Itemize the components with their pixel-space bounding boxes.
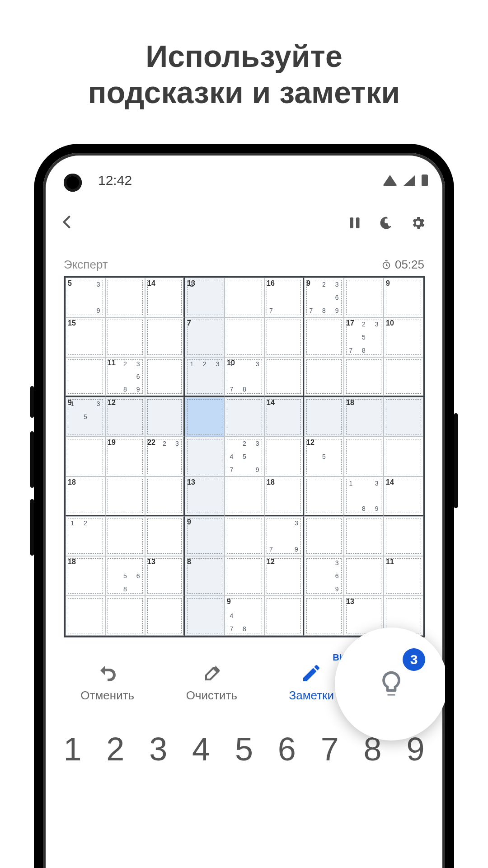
- cell-r1-c8[interactable]: [344, 278, 384, 317]
- cell-r9-c4[interactable]: [185, 596, 225, 636]
- cell-r1-c9[interactable]: 9: [384, 278, 423, 317]
- cell-r5-c3[interactable]: 2223: [145, 437, 185, 476]
- cell-r8-c1[interactable]: 18: [66, 556, 105, 596]
- cell-r2-c5[interactable]: [225, 317, 264, 357]
- numpad-1[interactable]: 1: [53, 731, 91, 768]
- cell-r3-c3[interactable]: [145, 357, 185, 397]
- cell-r5-c9[interactable]: [384, 437, 423, 476]
- cell-r1-c5[interactable]: [225, 278, 264, 317]
- numpad-7[interactable]: 7: [311, 731, 349, 768]
- numpad-2[interactable]: 2: [96, 731, 134, 768]
- cell-r5-c1[interactable]: [66, 437, 105, 476]
- cell-r7-c1[interactable]: 12: [66, 516, 105, 556]
- cell-r1-c3[interactable]: 14: [145, 278, 185, 317]
- cell-r7-c4[interactable]: 9: [185, 516, 225, 556]
- numpad-3[interactable]: 3: [139, 731, 177, 768]
- cell-r6-c3[interactable]: [145, 476, 185, 516]
- cell-r8-c6[interactable]: 12: [264, 556, 304, 596]
- cell-r3-c5[interactable]: 101378: [225, 357, 264, 397]
- cell-r5-c7[interactable]: 125: [304, 437, 344, 476]
- numpad-5[interactable]: 5: [225, 731, 263, 768]
- cell-r6-c9[interactable]: 14: [384, 476, 423, 516]
- cell-r8-c5[interactable]: [225, 556, 264, 596]
- cell-r1-c6[interactable]: 167: [264, 278, 304, 317]
- cell-r1-c2[interactable]: [105, 278, 145, 317]
- cell-r8-c4[interactable]: 8: [185, 556, 225, 596]
- cell-r4-c4[interactable]: [185, 397, 225, 437]
- cell-r3-c1[interactable]: [66, 357, 105, 397]
- cell-r5-c5[interactable]: 234579: [225, 437, 264, 476]
- cell-r1-c7[interactable]: 9236789: [304, 278, 344, 317]
- cell-r7-c6[interactable]: 379: [264, 516, 304, 556]
- undo-button[interactable]: Отменить: [80, 662, 134, 703]
- cell-r5-c8[interactable]: [344, 437, 384, 476]
- theme-button[interactable]: [375, 212, 397, 234]
- cell-r2-c2[interactable]: [105, 317, 145, 357]
- cage-sum: 13: [344, 596, 354, 606]
- numpad-4[interactable]: 4: [182, 731, 220, 768]
- cell-r4-c9[interactable]: [384, 397, 423, 437]
- cell-r2-c6[interactable]: [264, 317, 304, 357]
- cell-r4-c6[interactable]: 14: [264, 397, 304, 437]
- cell-r4-c8[interactable]: 18: [344, 397, 384, 437]
- cell-r7-c7[interactable]: [304, 516, 344, 556]
- sudoku-grid[interactable]: 5391413116792367899157172357810112368912…: [64, 276, 425, 637]
- cell-r4-c1[interactable]: 9135: [66, 397, 105, 437]
- cell-r6-c8[interactable]: 1389: [344, 476, 384, 516]
- cell-r8-c9[interactable]: 11: [384, 556, 423, 596]
- cell-r5-c6[interactable]: [264, 437, 304, 476]
- cell-r7-c5[interactable]: [225, 516, 264, 556]
- cell-r2-c9[interactable]: 10: [384, 317, 423, 357]
- cell-r3-c8[interactable]: [344, 357, 384, 397]
- cell-r6-c1[interactable]: 18: [66, 476, 105, 516]
- cell-r7-c8[interactable]: [344, 516, 384, 556]
- numpad-6[interactable]: 6: [268, 731, 306, 768]
- cell-r3-c7[interactable]: [304, 357, 344, 397]
- cell-r3-c9[interactable]: [384, 357, 423, 397]
- cell-r9-c2[interactable]: [105, 596, 145, 636]
- cell-r2-c8[interactable]: 1723578: [344, 317, 384, 357]
- cage-sum: 18: [344, 397, 354, 407]
- cell-r9-c7[interactable]: [304, 596, 344, 636]
- cell-r7-c9[interactable]: [384, 516, 423, 556]
- cell-r2-c3[interactable]: [145, 317, 185, 357]
- cell-r9-c1[interactable]: [66, 596, 105, 636]
- svg-point-3: [384, 224, 385, 226]
- cell-r6-c4[interactable]: 13: [185, 476, 225, 516]
- cell-r4-c2[interactable]: 12: [105, 397, 145, 437]
- cell-r2-c1[interactable]: 15: [66, 317, 105, 357]
- cell-r4-c5[interactable]: [225, 397, 264, 437]
- cell-r2-c7[interactable]: [304, 317, 344, 357]
- status-bar: 12:42: [43, 173, 445, 188]
- cell-r3-c6[interactable]: [264, 357, 304, 397]
- cell-r1-c4[interactable]: 131: [185, 278, 225, 317]
- pause-button[interactable]: [344, 212, 366, 234]
- cell-r8-c7[interactable]: 369: [304, 556, 344, 596]
- cell-r6-c6[interactable]: 18: [264, 476, 304, 516]
- cell-r4-c7[interactable]: [304, 397, 344, 437]
- cell-r6-c5[interactable]: [225, 476, 264, 516]
- cell-r3-c2[interactable]: 1123689: [105, 357, 145, 397]
- back-button[interactable]: [59, 214, 75, 232]
- cell-r6-c7[interactable]: [304, 476, 344, 516]
- notes-toggle[interactable]: ВКЛ Заметки: [289, 662, 334, 703]
- settings-button[interactable]: [407, 212, 429, 234]
- cell-r8-c3[interactable]: 13: [145, 556, 185, 596]
- cell-r9-c6[interactable]: [264, 596, 304, 636]
- cell-r5-c2[interactable]: 19: [105, 437, 145, 476]
- hint-button[interactable]: 3: [335, 627, 448, 741]
- cell-r7-c3[interactable]: [145, 516, 185, 556]
- cell-r7-c2[interactable]: [105, 516, 145, 556]
- cell-r1-c1[interactable]: 539: [66, 278, 105, 317]
- cell-r9-c5[interactable]: 9478: [225, 596, 264, 636]
- cell-r3-c4[interactable]: 123: [185, 357, 225, 397]
- cell-r4-c3[interactable]: [145, 397, 185, 437]
- erase-button[interactable]: Очистить: [186, 662, 237, 703]
- cell-r9-c3[interactable]: [145, 596, 185, 636]
- cell-r5-c4[interactable]: [185, 437, 225, 476]
- cell-r8-c8[interactable]: [344, 556, 384, 596]
- cell-r6-c2[interactable]: [105, 476, 145, 516]
- svg-rect-1: [356, 217, 360, 228]
- cell-r8-c2[interactable]: 568: [105, 556, 145, 596]
- cell-r2-c4[interactable]: 7: [185, 317, 225, 357]
